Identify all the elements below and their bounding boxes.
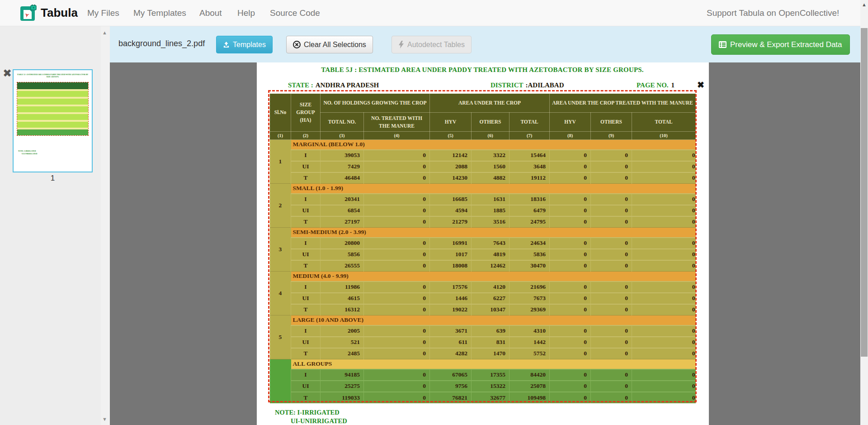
thumbnail-rows — [17, 106, 88, 112]
page-thumbnail[interactable]: TABLE 5J : ESTIMATED AREA UNDER PADDY TR… — [13, 69, 93, 172]
tabula-logo-icon — [20, 5, 37, 22]
main-scroll-up-icon[interactable]: ▲ — [862, 2, 867, 7]
sidebar-scroll-up-icon[interactable]: ▲ — [102, 30, 107, 35]
pdf-table-title: TABLE 5J : ESTIMATED AREA UNDER PADDY TR… — [269, 66, 695, 74]
thumbnail-note-line: UI-UNIRRIGATED — [18, 153, 86, 155]
district-label: DISTRICT — [491, 81, 524, 89]
thumbnail-rows — [17, 99, 88, 105]
tabula-app: Tabula My Files My Templates About Help … — [0, 0, 868, 425]
templates-button[interactable]: Templates — [216, 36, 273, 53]
thumbnail-rows — [17, 114, 88, 120]
nav-item-about[interactable]: About — [199, 8, 222, 18]
sidebar-scrollbar[interactable]: ▲ ▼ — [101, 26, 110, 425]
note-line-1: NOTE: I-IRRIGATED — [275, 408, 347, 417]
note-line-2: UI-UNIRRIGATED — [275, 417, 347, 425]
pdf-district-line: DISTRICT:ADILABAD — [491, 81, 564, 89]
upload-icon — [223, 41, 230, 48]
main-scrollbar-thumb[interactable] — [861, 28, 868, 357]
state-value: ANDHRA PRADESH — [316, 81, 379, 89]
sidebar-scroll-down-icon[interactable]: ▼ — [102, 416, 107, 422]
district-value: :ADILABAD — [526, 81, 564, 89]
pdf-state-line: STATE :ANDHRA PRADESH — [288, 81, 379, 89]
pdf-pageno-line: PAGE NO.1 — [637, 81, 675, 89]
thumbnail-table-header — [17, 82, 88, 89]
thumbnail-rows — [17, 129, 88, 135]
export-button-label: Preview & Export Extracted Data — [730, 40, 842, 49]
table-selection-box[interactable] — [268, 90, 697, 402]
nav-item-help[interactable]: Help — [237, 8, 255, 18]
pageno-value: 1 — [671, 81, 675, 89]
thumbnail-rows — [17, 122, 88, 128]
autodetect-button-label: Autodetect Tables — [407, 41, 465, 49]
navbar: Tabula My Files My Templates About Help … — [0, 0, 868, 26]
lightning-bolt-icon — [398, 41, 404, 48]
main-scrollbar[interactable]: ▲ — [860, 0, 868, 425]
templates-button-label: Templates — [233, 41, 266, 49]
table-list-icon — [719, 41, 726, 48]
support-link[interactable]: Support Tabula on OpenCollective! — [707, 8, 839, 18]
remove-circle-icon — [293, 41, 301, 48]
pdf-page[interactable]: TABLE 5J : ESTIMATED AREA UNDER PADDY TR… — [257, 62, 709, 425]
nav-item-source-code[interactable]: Source Code — [270, 8, 320, 18]
thumbnail-page-number: 1 — [13, 174, 93, 183]
toolbar: background_lines_2.pdf Templates Clear A… — [110, 26, 860, 62]
delete-page-icon[interactable]: ✖ — [3, 68, 12, 79]
thumbnail-title-text: TABLE 5J : ESTIMATED AREA UNDER PADDY TR… — [15, 73, 90, 81]
remove-selection-icon[interactable]: ✖ — [697, 81, 704, 89]
autodetect-tables-button[interactable]: Autodetect Tables — [392, 36, 472, 53]
state-label: STATE : — [288, 81, 313, 89]
pageno-label: PAGE NO. — [637, 81, 669, 89]
pdf-notes: NOTE: I-IRRIGATED UI-UNIRRIGATED — [275, 408, 347, 425]
clear-all-selections-button[interactable]: Clear All Selections — [286, 36, 373, 53]
brand-name[interactable]: Tabula — [41, 6, 78, 20]
preview-export-button[interactable]: Preview & Export Extracted Data — [711, 34, 850, 55]
document-filename: background_lines_2.pdf — [118, 39, 205, 48]
page-thumbnail-sidebar: ✖ TABLE 5J : ESTIMATED AREA UNDER PADDY … — [0, 26, 110, 425]
nav-item-my-files[interactable]: My Files — [87, 8, 119, 18]
nav-item-my-templates[interactable]: My Templates — [133, 8, 186, 18]
thumbnail-table — [17, 82, 89, 136]
pdf-viewer: TABLE 5J : ESTIMATED AREA UNDER PADDY TR… — [110, 62, 860, 425]
thumbnail-rows — [17, 91, 88, 97]
clear-button-label: Clear All Selections — [304, 41, 366, 49]
